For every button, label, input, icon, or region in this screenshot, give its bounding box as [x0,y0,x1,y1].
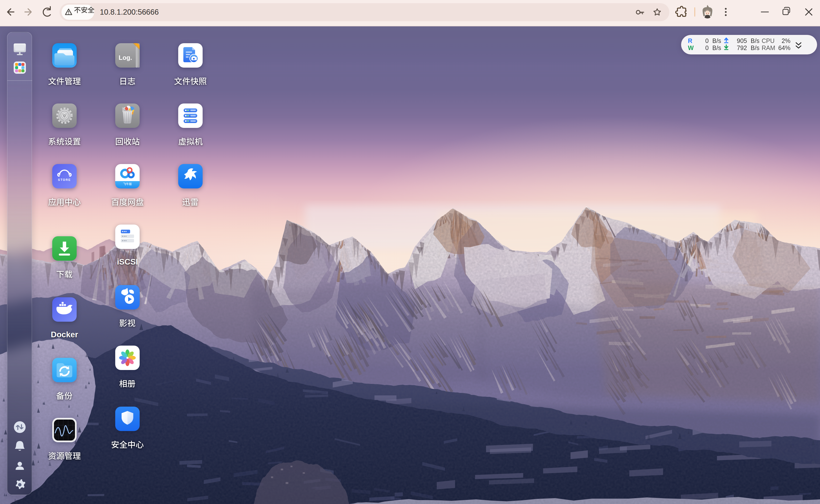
svg-text:0: 0 [705,37,709,44]
svg-text:B/s: B/s [712,37,721,44]
svg-text:R: R [688,37,692,44]
svg-text:CPU: CPU [762,37,775,44]
svg-text:905: 905 [737,37,747,44]
svg-text:64%: 64% [778,44,790,51]
svg-text:0: 0 [705,44,709,51]
svg-text:B/s: B/s [751,37,759,44]
svg-text:STORE: STORE [58,178,71,182]
svg-text:Log.: Log. [119,54,132,61]
svg-text:2%: 2% [782,37,790,44]
svg-text:792: 792 [737,44,747,51]
svg-text:B/s: B/s [712,44,721,51]
svg-text:W: W [688,44,694,51]
svg-text:10.8.1.200:56666: 10.8.1.200:56666 [100,8,159,16]
svg-text:B/s: B/s [751,44,759,51]
svg-text:RAM: RAM [762,44,775,51]
